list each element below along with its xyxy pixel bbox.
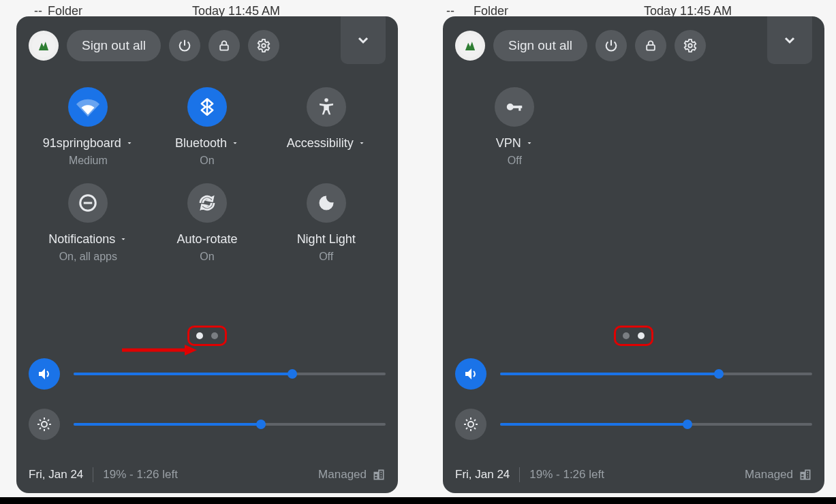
svg-rect-22 [519, 106, 521, 111]
footer-date: Fri, Jan 24 [455, 468, 510, 482]
chevron-down-icon [358, 136, 366, 151]
divider [519, 467, 520, 482]
nightlight-tile[interactable]: Night Light Off [266, 183, 386, 263]
vpn-tile[interactable]: VPN Off [455, 87, 574, 167]
sign-out-button[interactable]: Sign out all [67, 30, 161, 61]
page-indicator[interactable] [615, 328, 653, 343]
volume-button[interactable] [29, 358, 60, 390]
avatar[interactable] [29, 31, 59, 61]
svg-line-13 [40, 420, 41, 421]
brightness-slider-row [29, 409, 386, 440]
bluetooth-icon [187, 87, 227, 127]
bluetooth-status: On [200, 155, 214, 167]
svg-line-16 [48, 420, 49, 421]
annotation-highlight [614, 326, 653, 346]
do-not-disturb-icon [68, 183, 108, 223]
panel-footer: Fri, Jan 24 19% - 1:26 left Managed [455, 454, 812, 482]
building-icon [372, 468, 386, 482]
annotation-arrow [122, 343, 197, 357]
svg-point-8 [42, 422, 47, 427]
svg-line-32 [466, 428, 467, 429]
quick-settings-tiles: VPN Off [455, 87, 812, 319]
volume-slider-row [29, 358, 386, 390]
brightness-button[interactable] [455, 409, 486, 440]
autorotate-label: Auto-rotate [176, 232, 237, 247]
notifications-label: Notifications [48, 232, 115, 247]
accessibility-icon [307, 87, 346, 127]
managed-indicator[interactable]: Managed [745, 468, 812, 482]
chevron-down-icon [231, 136, 239, 151]
svg-line-33 [474, 420, 476, 421]
svg-marker-7 [185, 345, 197, 356]
quick-settings-panel-page1: Sign out all 91springboard Medium [16, 16, 398, 493]
power-button[interactable] [169, 30, 200, 61]
settings-button[interactable] [248, 30, 279, 61]
wifi-label: 91springboard [43, 136, 121, 151]
panel-footer: Fri, Jan 24 19% - 1:26 left Managed [29, 454, 386, 482]
managed-label: Managed [318, 468, 367, 482]
chevron-down-icon [125, 136, 134, 151]
svg-line-30 [466, 420, 467, 421]
footer-battery: 19% - 1:26 left [103, 468, 178, 482]
svg-rect-1 [220, 45, 228, 50]
sliders [29, 358, 386, 440]
quick-settings-tiles: 91springboard Medium Bluetooth On Access… [29, 87, 386, 319]
panel-header: Sign out all [29, 30, 386, 61]
lock-button[interactable] [208, 30, 240, 61]
chevron-down-icon [119, 232, 127, 247]
brightness-button[interactable] [29, 409, 60, 440]
avatar[interactable] [455, 31, 485, 61]
brightness-slider[interactable] [500, 423, 812, 426]
collapse-button[interactable] [341, 16, 386, 64]
volume-slider[interactable] [74, 373, 386, 375]
wifi-tile[interactable]: 91springboard Medium [29, 87, 148, 167]
nightlight-status: Off [319, 251, 333, 263]
bluetooth-tile[interactable]: Bluetooth On [148, 87, 267, 167]
brightness-slider[interactable] [74, 423, 386, 426]
autorotate-tile[interactable]: Auto-rotate On [148, 183, 267, 263]
svg-point-0 [32, 34, 55, 57]
volume-slider-row [455, 358, 812, 390]
chevron-down-icon [525, 136, 533, 151]
svg-line-31 [474, 428, 476, 429]
settings-button[interactable] [675, 30, 706, 61]
accessibility-tile[interactable]: Accessibility [266, 87, 386, 167]
panel-header: Sign out all [455, 30, 812, 61]
accessibility-label: Accessibility [287, 136, 354, 151]
svg-point-3 [324, 98, 328, 102]
power-button[interactable] [595, 30, 627, 61]
wifi-icon [68, 87, 108, 127]
building-icon [799, 468, 812, 482]
page-indicator[interactable] [188, 328, 226, 343]
svg-point-20 [507, 104, 514, 110]
volume-button[interactable] [455, 358, 486, 390]
bluetooth-label: Bluetooth [175, 136, 227, 151]
nightlight-icon [307, 183, 346, 223]
footer-date: Fri, Jan 24 [29, 468, 83, 482]
managed-indicator[interactable]: Managed [318, 468, 386, 482]
svg-point-19 [688, 44, 692, 48]
vpn-label: VPN [496, 136, 521, 151]
managed-label: Managed [745, 468, 793, 482]
divider [93, 467, 93, 482]
svg-point-2 [262, 44, 266, 48]
autorotate-icon [187, 183, 227, 223]
volume-slider[interactable] [500, 373, 812, 375]
wifi-status: Medium [69, 155, 108, 167]
svg-point-25 [468, 422, 474, 427]
footer-battery: 19% - 1:26 left [529, 468, 604, 482]
svg-line-14 [48, 428, 49, 429]
sign-out-button[interactable]: Sign out all [493, 30, 587, 61]
notifications-tile[interactable]: Notifications On, all apps [29, 183, 148, 263]
vpn-key-icon [495, 87, 534, 127]
bottom-strip [0, 497, 836, 504]
sliders [455, 358, 812, 440]
brightness-slider-row [455, 409, 812, 440]
svg-line-15 [40, 428, 41, 429]
collapse-button[interactable] [767, 16, 812, 64]
notifications-status: On, all apps [59, 251, 117, 263]
autorotate-status: On [200, 251, 214, 263]
svg-point-17 [459, 34, 482, 57]
quick-settings-panel-page2: Sign out all VPN Off [443, 16, 824, 493]
lock-button[interactable] [635, 30, 666, 61]
